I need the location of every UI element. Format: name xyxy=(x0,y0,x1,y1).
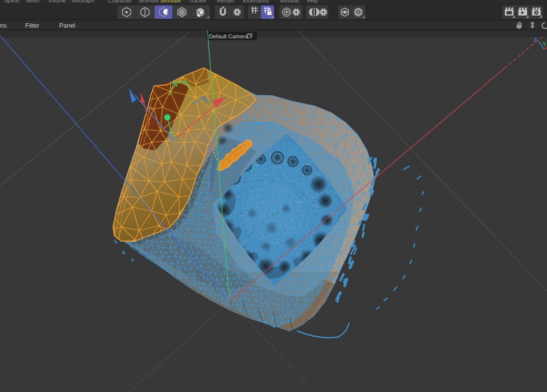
svg-text:Y: Y xyxy=(543,41,547,47)
svg-text:Z: Z xyxy=(534,37,537,43)
svg-text:Default Camera: Default Camera xyxy=(209,33,248,39)
svg-text:A: A xyxy=(357,10,360,15)
